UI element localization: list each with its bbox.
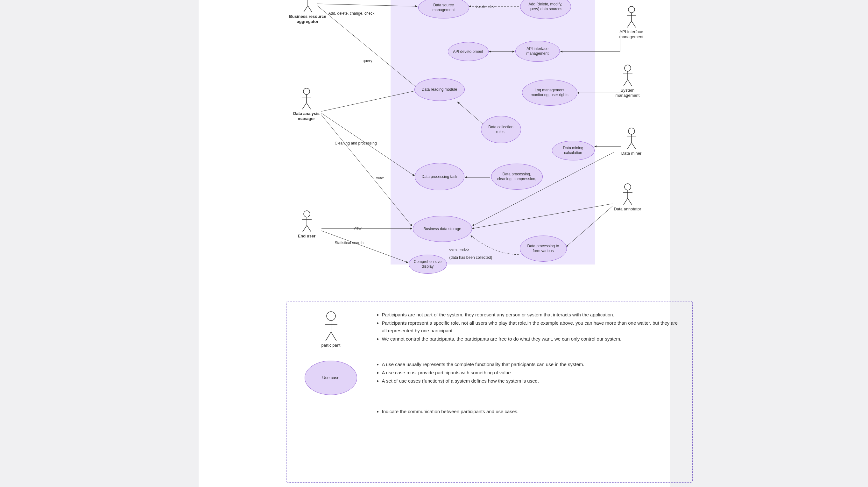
svg-point-39 bbox=[628, 128, 635, 134]
person-icon bbox=[323, 311, 339, 341]
usecase-data-processing-clean: Data processing, cleaning, compression, bbox=[491, 163, 543, 190]
edge-label-add-delete-change-check: Add, delete, change, check bbox=[329, 11, 375, 16]
svg-line-22 bbox=[302, 103, 307, 109]
actor-label: Data miner bbox=[621, 151, 642, 156]
svg-line-48 bbox=[628, 198, 632, 205]
legend-row-third: Indicate the communication between parti… bbox=[299, 408, 680, 416]
svg-line-23 bbox=[307, 103, 311, 109]
edge-label-view2: view bbox=[354, 226, 362, 231]
svg-line-43 bbox=[631, 143, 636, 149]
legend-participant-shape: participant bbox=[299, 311, 363, 348]
legend-third-text: Indicate the communication between parti… bbox=[363, 408, 680, 416]
legend-bullet: Indicate the communication between parti… bbox=[382, 408, 680, 415]
usecase-data-processing-task: Data processing task bbox=[415, 163, 464, 190]
actor-data-annotator: Data annotator bbox=[609, 183, 647, 212]
actor-system-management: System management bbox=[609, 64, 647, 98]
actor-label: Data annotator bbox=[614, 207, 641, 212]
actor-label: End user bbox=[298, 234, 316, 239]
person-icon bbox=[301, 210, 313, 232]
usecase-api-interface-mgmt: API interface management bbox=[515, 41, 560, 62]
svg-line-17 bbox=[304, 6, 308, 12]
svg-line-37 bbox=[624, 80, 628, 86]
legend-bullet: Participants are not part of the system,… bbox=[382, 311, 680, 318]
actor-label: Business resource aggregator bbox=[289, 14, 327, 24]
svg-line-27 bbox=[303, 225, 307, 232]
legend-bullet: A use case must provide participants wit… bbox=[382, 369, 680, 376]
legend-usecase-shape: Use case bbox=[299, 361, 363, 395]
usecase-data-processing-form: Data processing to form various bbox=[520, 236, 567, 262]
legend-usecase-text: A use case usually represents the comple… bbox=[363, 361, 680, 386]
legend-box: participant Participants are not part of… bbox=[286, 301, 693, 483]
person-icon bbox=[625, 6, 638, 28]
edge-label-view1: view bbox=[376, 175, 384, 180]
usecase-api-development: API develo pment bbox=[448, 42, 489, 61]
svg-line-28 bbox=[307, 225, 311, 232]
legend-participant-label: participant bbox=[321, 343, 341, 348]
svg-point-34 bbox=[624, 65, 631, 71]
svg-line-42 bbox=[627, 143, 631, 149]
actor-data-analysis-manager: Data analysis manager bbox=[287, 88, 326, 121]
svg-point-19 bbox=[303, 88, 310, 94]
edge-label-data-collected: (data has been collected) bbox=[450, 255, 492, 260]
legend-usecase-ellipse: Use case bbox=[305, 361, 357, 395]
edge-label-cleaning: Cleaning and processing bbox=[335, 141, 377, 146]
svg-line-52 bbox=[326, 332, 331, 341]
svg-line-32 bbox=[627, 21, 631, 27]
usecase-data-reading-module: Data reading module bbox=[414, 78, 465, 101]
actor-label: API interface management bbox=[612, 29, 651, 39]
edge-label-query: query bbox=[363, 59, 372, 63]
edge-label-statistical-search: Statistical search bbox=[335, 241, 364, 245]
person-icon bbox=[301, 88, 313, 110]
svg-line-38 bbox=[628, 80, 632, 86]
svg-point-29 bbox=[628, 6, 635, 13]
edge-label-extend1: <<extend>> bbox=[475, 4, 495, 9]
legend-bullet: We cannot control the participants, the … bbox=[382, 335, 680, 343]
actor-api-interface-management: API interface management bbox=[612, 6, 651, 39]
legend-usecase-label: Use case bbox=[322, 375, 339, 380]
legend-participant-text: Participants are not part of the system,… bbox=[363, 311, 680, 343]
svg-point-49 bbox=[327, 312, 336, 321]
page: Business resource aggregator Data analys… bbox=[198, 0, 670, 487]
use-case-diagram: Business resource aggregator Data analys… bbox=[198, 0, 670, 280]
svg-point-44 bbox=[624, 184, 631, 190]
svg-point-24 bbox=[304, 211, 310, 217]
legend-row-usecase: Use case A use case usually represents t… bbox=[299, 361, 680, 395]
legend-bullet: Participants represent a specific role, … bbox=[382, 319, 680, 335]
svg-line-47 bbox=[624, 198, 628, 205]
usecase-comprehensive-display: Comprehen sive display bbox=[409, 255, 447, 274]
actor-data-miner: Data miner bbox=[612, 127, 651, 156]
usecase-data-mining-calc: Data mining calculation bbox=[552, 141, 595, 160]
person-icon bbox=[625, 127, 638, 150]
person-icon bbox=[302, 0, 314, 13]
svg-line-53 bbox=[331, 332, 336, 341]
actor-end-user: End user bbox=[288, 210, 326, 239]
edge-label-extend2: <<extend>> bbox=[449, 248, 469, 252]
usecase-log-mgmt: Log management monitoring, user rights bbox=[522, 80, 578, 106]
actor-label: System management bbox=[609, 88, 647, 98]
person-icon bbox=[622, 64, 634, 87]
svg-line-33 bbox=[631, 21, 636, 27]
legend-bullet: A set of use cases (functions) of a syst… bbox=[382, 377, 680, 385]
usecase-data-collection-rules: Data collection rules, bbox=[481, 116, 521, 143]
person-icon bbox=[622, 183, 634, 205]
actor-label: Data analysis manager bbox=[287, 111, 326, 121]
svg-line-18 bbox=[308, 6, 312, 12]
legend-row-participant: participant Participants are not part of… bbox=[299, 311, 680, 348]
actor-business-resource-aggregator: Business resource aggregator bbox=[289, 0, 327, 24]
legend-bullet: A use case usually represents the comple… bbox=[382, 361, 680, 368]
usecase-business-data-storage: Business data storage bbox=[413, 216, 472, 242]
